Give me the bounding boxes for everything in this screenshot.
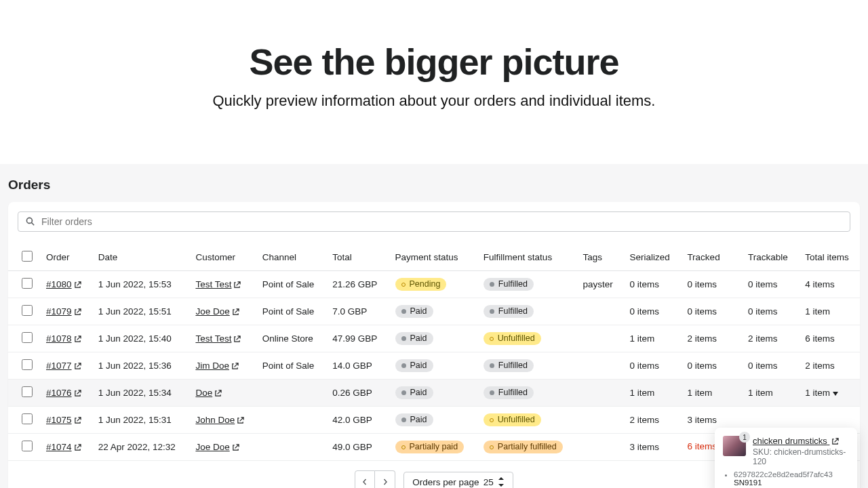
table-row[interactable]: #10781 Jun 2022, 15:40Test TestOnline St… <box>8 325 860 352</box>
trackable-count: 0 items <box>741 298 798 325</box>
item-popover: 1 chicken drumsticks SKU: chicken-drumst… <box>715 428 857 488</box>
serialized-count: 0 items <box>623 298 680 325</box>
filter-orders-input[interactable] <box>41 216 843 227</box>
customer-link[interactable]: Test Test <box>195 279 231 289</box>
external-link-icon <box>831 438 839 445</box>
order-date: 1 Jun 2022, 15:51 <box>92 298 189 325</box>
col-serialized[interactable]: Serialized <box>623 244 680 271</box>
order-link[interactable]: #1078 <box>46 333 72 344</box>
prev-page-button[interactable] <box>355 470 375 488</box>
order-link[interactable]: #1080 <box>46 279 72 289</box>
external-link-icon <box>231 363 239 370</box>
order-link[interactable]: #1075 <box>46 415 72 425</box>
serialized-count: 1 item <box>623 380 680 407</box>
trackable-count: 0 items <box>741 352 798 380</box>
order-tags <box>576 352 623 380</box>
col-total[interactable]: Total <box>326 244 388 271</box>
trackable-count: 1 item <box>741 380 798 407</box>
order-date: 1 Jun 2022, 15:53 <box>92 271 189 298</box>
tracked-count: 0 items <box>687 306 717 317</box>
external-link-icon <box>232 444 239 451</box>
external-link-icon <box>74 444 81 451</box>
order-link[interactable]: #1077 <box>46 361 72 371</box>
external-link-icon <box>74 417 81 424</box>
trackable-count: 2 items <box>741 325 798 352</box>
hero-subtitle: Quickly preview information about your o… <box>14 92 854 110</box>
row-checkbox[interactable] <box>22 305 33 316</box>
col-order[interactable]: Order <box>39 244 92 271</box>
order-link[interactable]: #1076 <box>46 388 72 398</box>
external-link-icon <box>74 281 81 289</box>
search-icon <box>25 216 36 227</box>
customer-link[interactable]: Jim Doe <box>195 361 229 371</box>
external-link-icon <box>74 336 81 343</box>
external-link-icon <box>74 363 81 370</box>
table-row[interactable]: #10761 Jun 2022, 15:34Doe0.26 GBPPaidFul… <box>8 380 860 407</box>
col-tags[interactable]: Tags <box>576 244 623 271</box>
status-badge: Fulfilled <box>484 359 534 372</box>
select-caret-icon <box>498 477 505 487</box>
row-checkbox[interactable] <box>22 278 33 289</box>
status-badge: Paid <box>395 332 433 345</box>
row-checkbox[interactable] <box>22 413 33 424</box>
status-badge: Unfulfilled <box>484 332 541 345</box>
col-trackable[interactable]: Trackable <box>741 244 798 271</box>
col-total-items[interactable]: Total items <box>798 244 860 271</box>
order-total: 21.26 GBP <box>326 271 388 298</box>
row-checkbox[interactable] <box>22 386 33 397</box>
col-channel[interactable]: Channel <box>256 244 326 271</box>
per-page-label: Orders per page <box>412 477 479 487</box>
select-all-checkbox[interactable] <box>22 251 33 262</box>
order-link[interactable]: #1079 <box>46 306 72 317</box>
chevron-right-icon <box>382 479 389 485</box>
trackable-count: 0 items <box>741 271 798 298</box>
order-total: 0.26 GBP <box>326 380 388 407</box>
customer-link[interactable]: Doe <box>195 388 212 398</box>
customer-link[interactable]: Test Test <box>195 333 231 344</box>
status-badge: Paid <box>395 386 433 399</box>
col-date[interactable]: Date <box>92 244 189 271</box>
next-page-button[interactable] <box>375 470 395 488</box>
order-channel <box>256 380 326 407</box>
per-page-select[interactable]: Orders per page 25 <box>403 472 513 489</box>
status-badge: Unfulfilled <box>484 413 541 426</box>
status-badge: Paid <box>395 413 433 426</box>
customer-link[interactable]: Joe Doe <box>195 442 229 452</box>
row-checkbox[interactable] <box>22 441 33 451</box>
table-row[interactable]: #10801 Jun 2022, 15:53Test TestPoint of … <box>8 271 860 298</box>
external-link-icon <box>233 281 241 289</box>
col-customer[interactable]: Customer <box>189 244 255 271</box>
total-items-count: 1 item <box>805 388 830 398</box>
order-total: 49.0 GBP <box>326 434 388 461</box>
status-badge: Partially paid <box>395 441 465 453</box>
row-checkbox[interactable] <box>22 332 33 343</box>
external-link-icon <box>74 390 81 397</box>
order-tags: payster <box>576 271 623 298</box>
external-link-icon <box>237 417 244 424</box>
serialized-count: 0 items <box>623 352 680 380</box>
order-tags <box>576 434 623 461</box>
order-link[interactable]: #1074 <box>46 442 72 452</box>
table-row[interactable]: #10791 Jun 2022, 15:51Joe DoePoint of Sa… <box>8 298 860 325</box>
table-row[interactable]: #10771 Jun 2022, 15:36Jim DoePoint of Sa… <box>8 352 860 380</box>
tracked-count: 2 items <box>687 333 717 344</box>
order-channel: Point of Sale <box>256 271 326 298</box>
status-badge: Fulfilled <box>484 278 534 291</box>
customer-link[interactable]: John Doe <box>195 415 235 425</box>
status-badge: Partially fulfilled <box>484 441 563 453</box>
col-fulfillment[interactable]: Fulfillment status <box>477 244 576 271</box>
item-qty-badge: 1 <box>739 432 750 443</box>
order-tags <box>576 325 623 352</box>
order-total: 7.0 GBP <box>326 298 388 325</box>
col-payment[interactable]: Payment status <box>389 244 477 271</box>
popover-item-link[interactable]: chicken drumsticks <box>753 436 839 446</box>
col-tracked[interactable]: Tracked <box>680 244 741 271</box>
filter-input-wrapper[interactable] <box>18 211 850 232</box>
serialized-count: 0 items <box>623 271 680 298</box>
hero-title: See the bigger picture <box>14 41 854 83</box>
order-tags <box>576 298 623 325</box>
customer-link[interactable]: Joe Doe <box>195 306 229 317</box>
row-checkbox[interactable] <box>22 359 33 370</box>
order-tags <box>576 407 623 434</box>
caret-down-icon[interactable] <box>833 388 838 398</box>
